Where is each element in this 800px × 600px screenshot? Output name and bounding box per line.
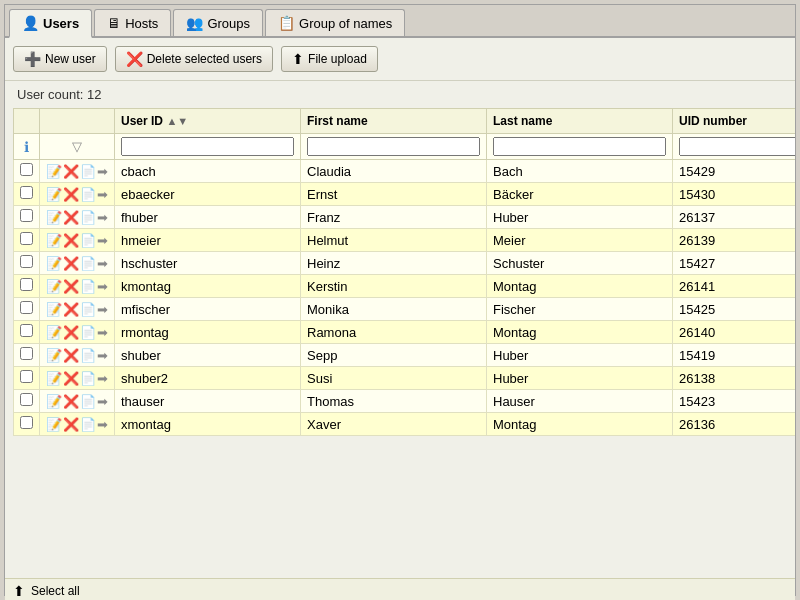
filter-firstname-input[interactable] (307, 137, 480, 156)
pdf-icon[interactable]: 📄 (80, 187, 96, 202)
delete-row-icon[interactable]: ❌ (63, 302, 79, 317)
row-uid: 15419 (673, 344, 796, 367)
row-checkbox[interactable] (20, 393, 33, 406)
pdf-icon[interactable]: 📄 (80, 256, 96, 271)
delete-row-icon[interactable]: ❌ (63, 394, 79, 409)
row-checkbox-cell (14, 160, 40, 183)
delete-row-icon[interactable]: ❌ (63, 417, 79, 432)
edit-icon[interactable]: 📝 (46, 256, 62, 271)
edit-icon[interactable]: 📝 (46, 394, 62, 409)
row-uid: 26136 (673, 413, 796, 436)
row-checkbox[interactable] (20, 370, 33, 383)
edit-icon[interactable]: 📝 (46, 279, 62, 294)
row-userid: shuber (115, 344, 301, 367)
arrow-icon[interactable]: ➡ (97, 348, 108, 363)
row-actions-cell: 📝 ❌ 📄 ➡ (40, 367, 115, 390)
pdf-icon[interactable]: 📄 (80, 302, 96, 317)
new-user-button[interactable]: ➕ New user (13, 46, 107, 72)
pdf-icon[interactable]: 📄 (80, 325, 96, 340)
tab-hosts-label: Hosts (125, 16, 158, 31)
edit-icon[interactable]: 📝 (46, 187, 62, 202)
delete-icon: ❌ (126, 51, 143, 67)
sort-icon[interactable]: ▲▼ (166, 115, 188, 127)
row-lastname: Montag (487, 413, 673, 436)
edit-icon[interactable]: 📝 (46, 348, 62, 363)
row-lastname: Huber (487, 367, 673, 390)
delete-row-icon[interactable]: ❌ (63, 279, 79, 294)
header-firstname-col: First name (301, 109, 487, 134)
arrow-icon[interactable]: ➡ (97, 256, 108, 271)
edit-icon[interactable]: 📝 (46, 233, 62, 248)
delete-selected-button[interactable]: ❌ Delete selected users (115, 46, 273, 72)
edit-icon[interactable]: 📝 (46, 164, 62, 179)
arrow-icon[interactable]: ➡ (97, 325, 108, 340)
pdf-icon[interactable]: 📄 (80, 371, 96, 386)
arrow-icon[interactable]: ➡ (97, 187, 108, 202)
file-upload-button[interactable]: ⬆ File upload (281, 46, 378, 72)
arrow-icon[interactable]: ➡ (97, 371, 108, 386)
pdf-icon[interactable]: 📄 (80, 394, 96, 409)
filter-lastname-input[interactable] (493, 137, 666, 156)
pdf-icon[interactable]: 📄 (80, 279, 96, 294)
filter-userid-input[interactable] (121, 137, 294, 156)
pdf-icon[interactable]: 📄 (80, 164, 96, 179)
row-checkbox[interactable] (20, 209, 33, 222)
tab-groupofnames[interactable]: 📋 Group of names (265, 9, 405, 36)
pdf-icon[interactable]: 📄 (80, 233, 96, 248)
delete-row-icon[interactable]: ❌ (63, 348, 79, 363)
header-checkbox-col (14, 109, 40, 134)
row-firstname: Susi (301, 367, 487, 390)
arrow-icon[interactable]: ➡ (97, 394, 108, 409)
row-actions-cell: 📝 ❌ 📄 ➡ (40, 229, 115, 252)
filter-uid-input[interactable] (679, 137, 795, 156)
edit-icon[interactable]: 📝 (46, 417, 62, 432)
edit-icon[interactable]: 📝 (46, 371, 62, 386)
tab-users[interactable]: 👤 Users (9, 9, 92, 38)
row-userid: cbach (115, 160, 301, 183)
row-checkbox[interactable] (20, 186, 33, 199)
row-uid: 15425 (673, 298, 796, 321)
userid-col-label: User ID (121, 114, 163, 128)
tab-groups[interactable]: 👥 Groups (173, 9, 263, 36)
row-userid: hmeier (115, 229, 301, 252)
edit-icon[interactable]: 📝 (46, 325, 62, 340)
delete-row-icon[interactable]: ❌ (63, 371, 79, 386)
pdf-icon[interactable]: 📄 (80, 417, 96, 432)
row-checkbox[interactable] (20, 232, 33, 245)
header-userid-col[interactable]: User ID ▲▼ (115, 109, 301, 134)
arrow-icon[interactable]: ➡ (97, 164, 108, 179)
filter-icon[interactable]: ▽ (72, 139, 82, 154)
arrow-icon[interactable]: ➡ (97, 210, 108, 225)
row-checkbox[interactable] (20, 301, 33, 314)
row-checkbox[interactable] (20, 324, 33, 337)
tab-groups-label: Groups (207, 16, 250, 31)
row-checkbox[interactable] (20, 255, 33, 268)
delete-row-icon[interactable]: ❌ (63, 210, 79, 225)
row-checkbox[interactable] (20, 278, 33, 291)
users-table-container: User ID ▲▼ First name Last name UID numb… (5, 108, 795, 578)
row-checkbox[interactable] (20, 416, 33, 429)
row-checkbox-cell (14, 229, 40, 252)
row-checkbox[interactable] (20, 163, 33, 176)
arrow-icon[interactable]: ➡ (97, 279, 108, 294)
row-firstname: Xaver (301, 413, 487, 436)
arrow-icon[interactable]: ➡ (97, 417, 108, 432)
row-actions-cell: 📝 ❌ 📄 ➡ (40, 321, 115, 344)
row-checkbox[interactable] (20, 347, 33, 360)
arrow-icon[interactable]: ➡ (97, 302, 108, 317)
delete-row-icon[interactable]: ❌ (63, 256, 79, 271)
delete-row-icon[interactable]: ❌ (63, 233, 79, 248)
edit-icon[interactable]: 📝 (46, 302, 62, 317)
pdf-icon[interactable]: 📄 (80, 348, 96, 363)
row-userid: hschuster (115, 252, 301, 275)
delete-row-icon[interactable]: ❌ (63, 187, 79, 202)
tab-hosts[interactable]: 🖥 Hosts (94, 9, 171, 36)
row-userid: rmontag (115, 321, 301, 344)
hosts-icon: 🖥 (107, 15, 121, 31)
edit-icon[interactable]: 📝 (46, 210, 62, 225)
delete-row-icon[interactable]: ❌ (63, 164, 79, 179)
row-userid: shuber2 (115, 367, 301, 390)
pdf-icon[interactable]: 📄 (80, 210, 96, 225)
delete-row-icon[interactable]: ❌ (63, 325, 79, 340)
arrow-icon[interactable]: ➡ (97, 233, 108, 248)
